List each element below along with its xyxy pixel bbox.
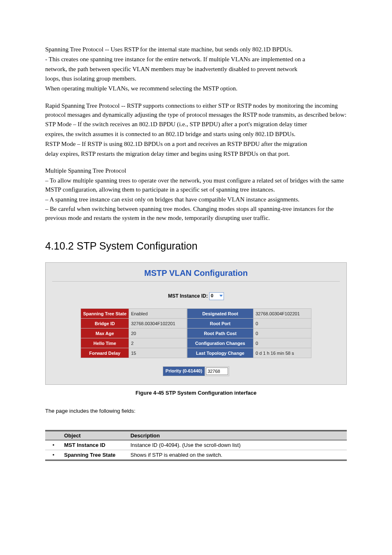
section-heading: 4.10.2 STP System Configuration: [45, 238, 347, 253]
param-row: • Spanning Tree State Shows if STP is en…: [45, 450, 347, 460]
para-1: Spanning Tree Protocol -- Uses RSTP for …: [45, 45, 347, 54]
para-7: – To allow multiple spanning trees to op…: [45, 176, 347, 194]
instance-row: MST Instance ID: 0: [52, 292, 340, 300]
priority-input[interactable]: [206, 368, 228, 375]
bullet-icon: •: [45, 450, 62, 460]
label-last-topology-change: Last Topology Change: [187, 348, 253, 358]
priority-row: Priority (0-61440): [52, 366, 340, 376]
para-5b: delay expires, RSTP restarts the migrati…: [45, 150, 347, 159]
param-header-object: Object: [62, 430, 128, 440]
para-2c: loops, thus isolating group members.: [45, 74, 347, 83]
param-object: MST Instance ID: [62, 440, 128, 450]
param-description: Shows if STP is enabled on the switch.: [128, 450, 347, 460]
label-root-path-cost: Root Path Cost: [187, 328, 253, 338]
value-forward-delay: 15: [129, 348, 187, 358]
para-3: Rapid Spanning Tree Protocol -- RSTP sup…: [45, 102, 347, 120]
label-config-changes: Configuration Changes: [187, 338, 253, 348]
bullet-icon: •: [45, 440, 62, 450]
para-6: Multiple Spanning Tree Protocol: [45, 166, 347, 176]
label-root-port: Root Port: [187, 319, 253, 328]
label-max-age: Max Age: [81, 328, 129, 338]
param-object: Spanning Tree State: [62, 450, 128, 460]
para-8: – A spanning tree instance can exist onl…: [45, 195, 347, 204]
para-5a: RSTP Mode – If RSTP is using 802.1D BPDU…: [45, 140, 347, 149]
status-table-right: Designated Root 32768.00304F102201 Root …: [187, 308, 311, 358]
para-4b: expires, the switch assumes it is connec…: [45, 130, 347, 139]
value-bridge-id: 32768.00304F102201: [129, 319, 187, 328]
label-hello-time: Hello Time: [81, 338, 129, 348]
divider: [52, 281, 340, 282]
instance-value: 0: [211, 293, 213, 298]
value-config-changes: 0: [253, 338, 311, 348]
value-last-topology-change: 0 d 1 h 16 min 58 s: [253, 348, 311, 358]
instance-select[interactable]: 0: [209, 292, 224, 300]
label-bridge-id: Bridge ID: [81, 319, 129, 328]
para-2d: When operating multiple VLANs, we recomm…: [45, 84, 347, 93]
panel-title: MSTP VLAN Configuration: [52, 268, 340, 281]
figure-caption: Figure 4-45 STP System Configuration int…: [45, 390, 347, 396]
value-root-port: 0: [253, 319, 311, 328]
para-9: – Be careful when switching between span…: [45, 205, 347, 223]
param-header-description: Description: [128, 430, 347, 440]
chevron-down-icon: [219, 295, 223, 297]
param-table: Object Description • MST Instance ID Ins…: [45, 430, 347, 461]
value-max-age: 20: [129, 328, 187, 338]
label-designated-root: Designated Root: [187, 309, 253, 319]
value-designated-root: 32768.00304F102201: [253, 309, 311, 319]
para-2b: network, the path between specific VLAN …: [45, 65, 347, 74]
instance-label: MST Instance ID:: [168, 293, 208, 299]
label-forward-delay: Forward Delay: [81, 348, 129, 358]
value-hello-time: 2: [129, 338, 187, 348]
status-tables: Spanning Tree State Enabled Bridge ID 32…: [52, 308, 340, 358]
label-spanning-tree-state: Spanning Tree State: [81, 309, 129, 319]
param-description: Instance ID (0-4094). (Use the scroll-do…: [128, 440, 347, 450]
mstp-config-panel: MSTP VLAN Configuration MST Instance ID:…: [45, 262, 347, 385]
value-root-path-cost: 0: [253, 328, 311, 338]
param-intro: The page includes the following fields:: [45, 407, 347, 415]
para-2a: - This creates one spanning tree instanc…: [45, 55, 347, 64]
para-4a: STP Mode – If the switch receives an 802…: [45, 120, 347, 129]
param-header-bullet: [45, 430, 62, 440]
param-row: • MST Instance ID Instance ID (0-4094). …: [45, 440, 347, 450]
status-table-left: Spanning Tree State Enabled Bridge ID 32…: [81, 308, 187, 358]
value-spanning-tree-state: Enabled: [129, 309, 187, 319]
priority-label: Priority (0-61440): [163, 367, 205, 376]
